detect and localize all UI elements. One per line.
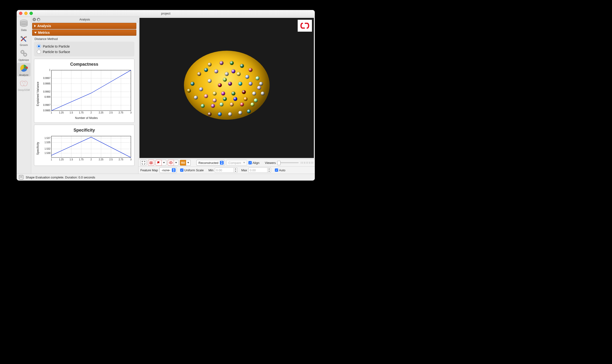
iso-dropdown[interactable]	[186, 160, 191, 166]
chart-plot: 11.251.51.7522.252.52.7530.99850.99870.9…	[40, 68, 133, 116]
rail-optimize[interactable]: Optimize	[17, 48, 30, 61]
svg-text:0.999: 0.999	[44, 96, 51, 98]
gears-icon	[19, 48, 29, 58]
status-bar: Shape Evaluation complete. Duration: 0.0…	[17, 174, 315, 181]
particle	[245, 75, 249, 79]
svg-rect-71	[150, 162, 153, 164]
particle	[232, 69, 235, 73]
particle	[252, 91, 256, 95]
particle	[249, 68, 252, 72]
particle	[232, 91, 235, 95]
section-analysis[interactable]: Analysis	[32, 23, 136, 29]
section-metrics[interactable]: Metrics	[32, 29, 136, 36]
particle	[225, 72, 229, 76]
svg-text:3: 3	[130, 158, 131, 161]
chevron-down-icon	[34, 32, 37, 34]
chart-plot: 11.251.51.7522.252.52.7531.5301.5321.535…	[40, 134, 133, 163]
radio-particle-to-particle[interactable]: Particle to Particle	[37, 43, 131, 49]
feature-map-select[interactable]: -none-	[159, 167, 177, 173]
3d-view[interactable]	[139, 18, 314, 158]
particle	[211, 104, 215, 108]
flag-button[interactable]	[156, 160, 162, 166]
svg-point-72	[151, 162, 152, 163]
min-label: Min	[208, 169, 213, 172]
checkbox-label: Uniform Scale	[184, 169, 204, 172]
svg-text:1.25: 1.25	[59, 111, 64, 114]
viewport: ISO Reconstructed Compare	[139, 17, 315, 174]
rail-label: DeepSSM	[17, 89, 30, 91]
render-mode-select[interactable]: Reconstructed	[196, 160, 225, 166]
radio-icon	[37, 50, 41, 54]
slider-ticks	[301, 162, 313, 164]
svg-text:1: 1	[51, 111, 52, 114]
particle	[220, 103, 223, 106]
select-value: Reconstructed	[198, 161, 219, 165]
nav-rail: Data Groom Optimize	[17, 17, 31, 174]
x-axis-label: Number of Modes	[40, 116, 133, 120]
align-checkbox[interactable]: ✓ Align	[248, 161, 259, 165]
shape-model	[184, 51, 270, 120]
svg-point-5	[22, 51, 23, 52]
compare-select[interactable]: Compare	[226, 160, 247, 166]
svg-text:1: 1	[51, 158, 52, 161]
particle	[257, 86, 261, 90]
particle	[218, 112, 222, 116]
particle	[230, 61, 234, 65]
fit-view-button[interactable]	[140, 160, 147, 166]
svg-text:1.537: 1.537	[44, 137, 51, 139]
particle	[256, 76, 259, 80]
app-logo-icon	[298, 20, 312, 32]
select-value: -none-	[162, 169, 171, 172]
svg-point-7	[25, 54, 26, 55]
particle	[228, 82, 232, 86]
section-label: Analysis	[37, 24, 51, 28]
chart-compactness: Compactness Explained Variance 11.251.51…	[34, 59, 134, 123]
feature-toolbar: Feature Map -none- ✓ Uniform Scale Min 0…	[139, 166, 315, 174]
particle	[254, 99, 258, 102]
screenshot-button[interactable]	[148, 160, 154, 166]
particle	[213, 99, 217, 102]
svg-text:0.9997: 0.9997	[43, 77, 51, 79]
radio-particle-to-surface[interactable]: Particle to Surface	[37, 49, 131, 54]
particle	[261, 91, 265, 95]
rail-deepssm[interactable]: DeepSSM	[17, 78, 30, 91]
rail-data[interactable]: Data	[17, 18, 30, 31]
titlebar: project	[17, 10, 315, 17]
particle	[199, 87, 203, 91]
rail-analyze[interactable]: Analyze	[17, 63, 30, 76]
visibility-dropdown[interactable]	[174, 160, 179, 166]
flag-dropdown[interactable]	[162, 160, 166, 166]
svg-text:1.530: 1.530	[44, 152, 51, 154]
particle	[208, 112, 211, 116]
svg-text:2.5: 2.5	[109, 158, 113, 161]
chart-title: Specificity	[36, 128, 133, 133]
min-stepper[interactable]	[234, 168, 237, 173]
particle	[218, 83, 222, 87]
iso-button[interactable]: ISO	[180, 160, 186, 166]
particle	[228, 112, 232, 116]
viewers-slider[interactable]	[277, 162, 299, 163]
min-field[interactable]: 0.00	[215, 168, 234, 173]
uniform-scale-checkbox[interactable]: ✓ Uniform Scale	[180, 169, 204, 172]
brain-icon	[19, 78, 29, 88]
svg-text:2.25: 2.25	[99, 158, 104, 161]
visibility-button[interactable]	[168, 160, 174, 166]
status-text: Shape Evaluation complete. Duration: 0.0…	[26, 176, 95, 179]
particle	[191, 82, 195, 86]
auto-checkbox[interactable]: ✓ Auto	[275, 169, 285, 172]
distance-method-label: Distance Method	[35, 37, 136, 41]
select-value: Compare	[228, 161, 241, 165]
database-icon	[19, 18, 29, 28]
rail-groom[interactable]: Groom	[17, 33, 30, 46]
max-field[interactable]: 0.00	[248, 168, 267, 173]
svg-point-9	[25, 83, 26, 83]
svg-text:1.5: 1.5	[70, 111, 73, 114]
max-stepper[interactable]	[267, 168, 271, 173]
svg-text:1.25: 1.25	[59, 158, 64, 161]
sidebar-panel: ✕ ▣ Analysis Analysis Metrics Di	[31, 17, 139, 174]
particle	[201, 104, 205, 108]
svg-text:2: 2	[91, 111, 92, 114]
log-icon[interactable]	[19, 175, 23, 179]
svg-point-10	[24, 84, 24, 84]
particle	[213, 91, 217, 95]
